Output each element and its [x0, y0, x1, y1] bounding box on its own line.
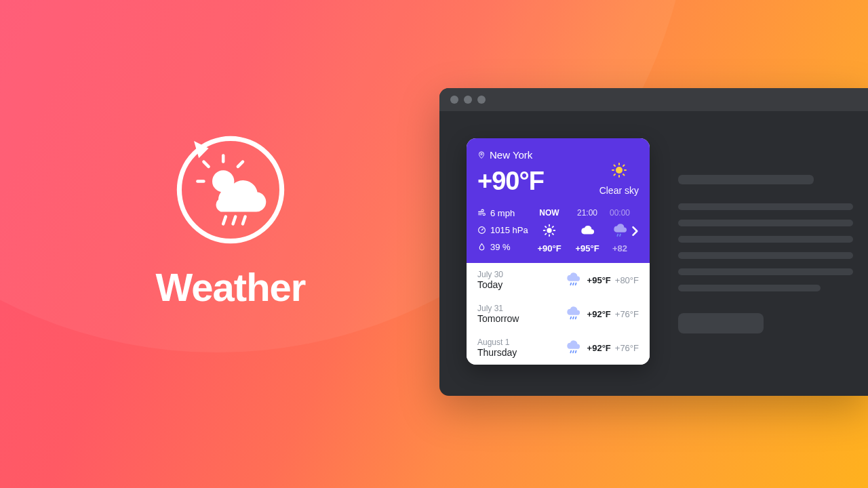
svg-point-10 — [481, 153, 483, 155]
svg-point-22 — [547, 228, 551, 232]
svg-line-29 — [545, 234, 546, 235]
hour-time: 00:00 — [610, 208, 630, 218]
svg-line-7 — [223, 217, 226, 224]
svg-line-28 — [553, 234, 553, 235]
forecast-low: +76°F — [615, 343, 639, 353]
hour-slot[interactable]: 21:00 +95°F — [568, 208, 606, 253]
svg-line-30 — [553, 226, 553, 227]
skeleton-line — [678, 203, 853, 210]
svg-line-41 — [575, 351, 576, 353]
forecast-day[interactable]: July 30 Today +95°F+80°F — [467, 263, 650, 297]
forecast-day[interactable]: August 1 Thursday +92°F+76°F — [467, 331, 650, 365]
humidity-stat: 39 % — [477, 242, 530, 252]
hour-time: 21:00 — [577, 208, 597, 218]
svg-line-16 — [614, 165, 615, 167]
drop-icon — [477, 243, 486, 251]
hero-title: Weather — [142, 264, 319, 310]
hour-temp: +82 — [612, 243, 627, 253]
skeleton-title — [678, 175, 814, 184]
weather-card: New York +90°F — [467, 138, 650, 365]
chevron-right-icon[interactable] — [628, 224, 639, 238]
hour-time: NOW — [539, 208, 559, 218]
sun-icon — [542, 223, 557, 238]
cloud-rain-icon — [612, 223, 627, 238]
forecast-high: +95°F — [587, 275, 611, 285]
daily-forecast: July 30 Today +95°F+80°F July 31 Tomorro… — [467, 263, 650, 365]
humidity-value: 39 % — [490, 242, 511, 252]
svg-line-4 — [203, 162, 208, 167]
forecast-low: +76°F — [615, 309, 639, 319]
svg-line-27 — [545, 226, 546, 227]
skeleton-button — [678, 313, 764, 333]
cloud-rain-icon — [566, 272, 580, 287]
browser-window: New York +90°F — [439, 88, 868, 396]
forecast-low: +80°F — [615, 275, 639, 285]
cloud-rain-icon — [566, 340, 580, 355]
svg-line-18 — [614, 174, 615, 176]
window-minimize-dot[interactable] — [464, 96, 472, 104]
svg-line-34 — [573, 283, 574, 285]
svg-line-33 — [570, 283, 571, 285]
pressure-stat: 1015 hPa — [477, 225, 530, 235]
pressure-value: 1015 hPa — [490, 225, 528, 235]
pin-icon — [477, 151, 486, 159]
forecast-day[interactable]: July 31 Tomorrow +92°F+76°F — [467, 297, 650, 331]
svg-line-35 — [575, 283, 576, 285]
svg-line-9 — [243, 217, 245, 224]
weather-logo-icon — [170, 129, 292, 251]
hour-slot[interactable]: NOW +90°F — [530, 208, 568, 253]
forecast-high: +92°F — [587, 309, 611, 319]
window-maximize-dot[interactable] — [477, 96, 486, 104]
forecast-label: Today — [477, 279, 559, 290]
skeleton-line — [678, 268, 853, 275]
forecast-date: July 30 — [477, 270, 559, 279]
wind-value: 6 mph — [490, 208, 515, 218]
current-temperature: +90°F — [477, 167, 544, 196]
svg-point-11 — [616, 167, 623, 174]
forecast-label: Tomorrow — [477, 313, 559, 324]
svg-line-38 — [575, 317, 576, 319]
hour-temp: +95°F — [575, 243, 599, 253]
wind-stat: 6 mph — [477, 208, 530, 218]
condition-label: Clear sky — [599, 185, 639, 196]
hourly-forecast[interactable]: NOW +90°F 21:00 +95°F 00:00 — [530, 208, 639, 253]
skeleton-line — [678, 236, 853, 243]
svg-line-32 — [620, 235, 620, 237]
hero-section: Weather — [142, 129, 319, 310]
forecast-date: July 31 — [477, 304, 559, 313]
svg-line-6 — [238, 162, 243, 167]
svg-line-40 — [573, 351, 574, 353]
window-close-dot[interactable] — [450, 96, 458, 104]
skeleton-line — [678, 220, 853, 226]
wind-icon — [477, 209, 486, 218]
location-row[interactable]: New York — [477, 149, 639, 161]
svg-line-36 — [570, 317, 571, 319]
svg-line-37 — [573, 317, 574, 319]
weather-stats: 6 mph 1015 hPa 39 % — [477, 208, 530, 253]
svg-line-39 — [570, 351, 571, 353]
svg-point-21 — [481, 230, 483, 231]
cloud-rain-icon — [566, 306, 580, 321]
pressure-icon — [477, 226, 486, 235]
svg-line-17 — [623, 174, 625, 176]
svg-line-19 — [623, 165, 625, 167]
window-titlebar — [439, 88, 868, 111]
forecast-label: Thursday — [477, 347, 559, 358]
forecast-date: August 1 — [477, 338, 559, 347]
location-name: New York — [490, 149, 532, 161]
forecast-high: +92°F — [587, 343, 611, 353]
skeleton-placeholder — [678, 175, 853, 333]
svg-line-8 — [233, 217, 236, 224]
cloud-icon — [580, 223, 595, 238]
skeleton-line — [678, 252, 853, 259]
hour-temp: +90°F — [537, 243, 561, 253]
svg-line-31 — [617, 235, 618, 237]
sun-icon — [611, 162, 627, 178]
skeleton-line — [678, 285, 821, 291]
